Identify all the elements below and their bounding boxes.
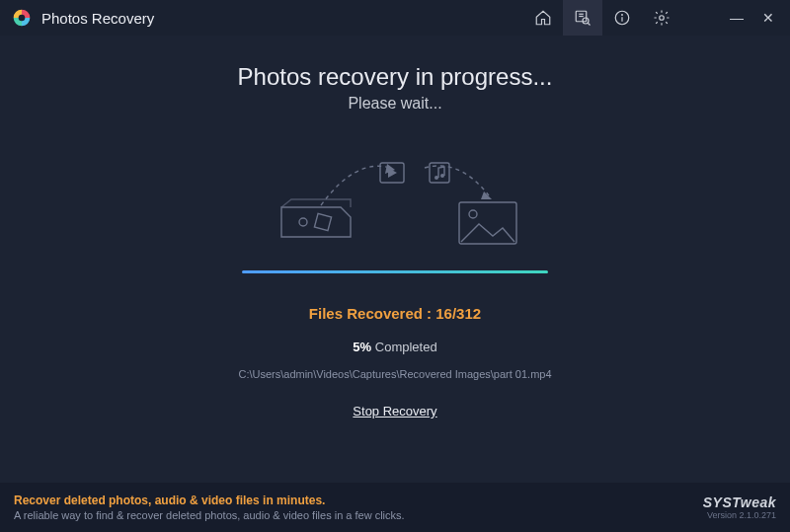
svg-rect-19 (459, 202, 516, 244)
svg-point-20 (469, 210, 477, 218)
brand-block: SYSTweak Version 2.1.0.271 (703, 494, 776, 520)
promo-subtext: A reliable way to find & recover deleted… (14, 509, 703, 521)
info-button[interactable] (602, 0, 642, 36)
app-title: Photos Recovery (41, 10, 154, 27)
progress-bar (242, 270, 548, 273)
svg-line-5 (588, 23, 590, 25)
titlebar: Photos Recovery — ✕ (0, 0, 790, 36)
svg-point-10 (299, 218, 307, 226)
page-heading: Photos recovery in progress... (0, 63, 790, 91)
recovery-illustration (227, 138, 563, 266)
current-file-path: C:\Users\admin\Videos\Captures\Recovered… (0, 368, 790, 380)
app-logo-icon (12, 8, 32, 28)
progress-fill (242, 270, 548, 273)
promo-heading: Recover deleted photos, audio & video fi… (14, 494, 703, 507)
minimize-button[interactable]: — (721, 10, 752, 26)
percent-value: 5% (353, 340, 371, 354)
svg-point-4 (583, 18, 589, 24)
home-button[interactable] (523, 0, 563, 36)
settings-button[interactable] (642, 0, 681, 36)
svg-rect-11 (314, 213, 331, 230)
main-panel: Photos recovery in progress... Please wa… (0, 36, 790, 483)
svg-point-18 (440, 174, 444, 178)
svg-point-9 (660, 16, 665, 21)
promo-block: Recover deleted photos, audio & video fi… (14, 494, 703, 521)
percent-complete: 5% Completed (0, 340, 790, 354)
brand-name: SYSTweak (703, 494, 776, 510)
footer: Recover deleted photos, audio & video fi… (0, 483, 790, 532)
page-subheading: Please wait... (0, 95, 790, 113)
percent-suffix: Completed (371, 340, 436, 354)
stop-recovery-link[interactable]: Stop Recovery (353, 404, 436, 418)
scan-button[interactable] (563, 0, 602, 36)
version-label: Version 2.1.0.271 (703, 510, 776, 520)
close-button[interactable]: ✕ (752, 10, 784, 26)
svg-marker-13 (481, 191, 492, 199)
svg-point-8 (622, 15, 623, 16)
files-recovered-label: Files Recovered : 16/312 (0, 305, 790, 322)
